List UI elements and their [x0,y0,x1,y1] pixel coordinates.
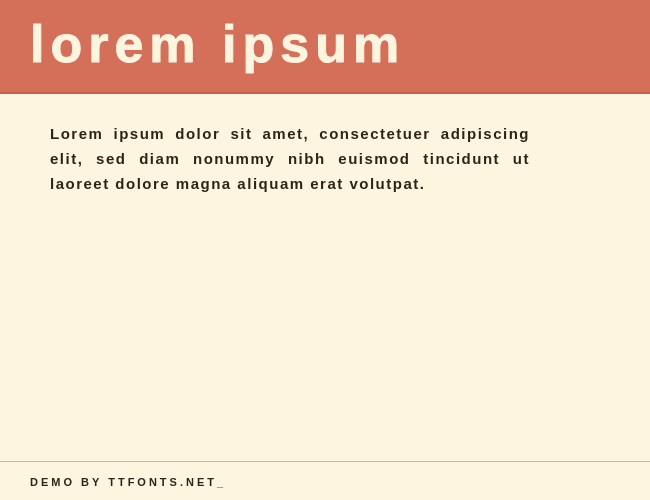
content-area: Lorem ipsum dolor sit amet, consectetuer… [0,94,650,500]
footer: DEMO BY TTFONTS.NET_ [0,461,650,500]
footer-text: DEMO BY TTFONTS.NET_ [30,476,226,488]
body-text: Lorem ipsum dolor sit amet, consectetuer… [50,122,530,196]
header: Lorem ipsum [0,0,650,94]
main-content: Lorem ipsum dolor sit amet, consectetuer… [0,94,650,224]
page-wrapper: Lorem ipsum Lorem ipsum dolor sit amet, … [0,0,650,500]
page-title: Lorem ipsum [30,18,620,70]
